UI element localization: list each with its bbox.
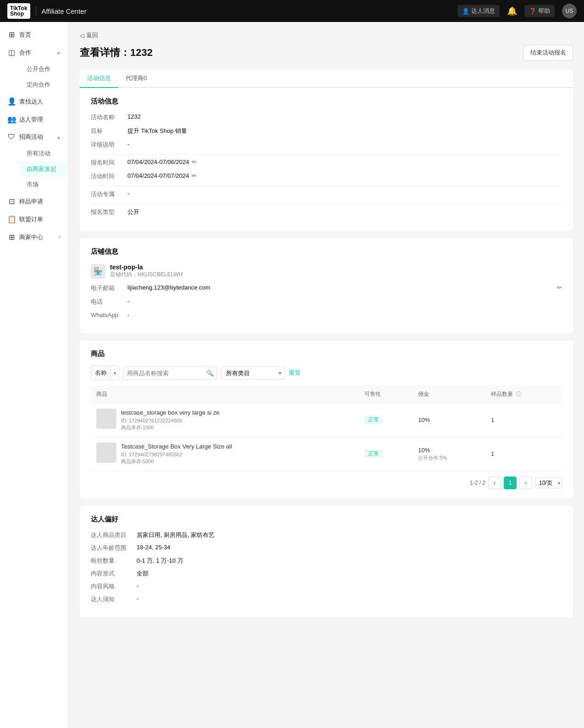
page-1-button[interactable]: 1 bbox=[504, 476, 517, 489]
page-title: 查看详情：1232 bbox=[80, 46, 153, 60]
sidebar-item-all-activity[interactable]: 所有活动 bbox=[19, 146, 68, 161]
product-status-2: 正常 bbox=[359, 437, 413, 471]
tab-agents[interactable]: 代理商0 bbox=[118, 70, 154, 88]
sidebar-item-cooperation[interactable]: ◫ 合作 ▲ bbox=[0, 44, 68, 61]
merchant-center-icon: ⊞ bbox=[7, 233, 16, 241]
activity-name-row: 活动名称 1232 bbox=[91, 113, 562, 121]
products-card: 商品 名称 ▾ 🔍 所有类目 重置 bbox=[80, 340, 573, 498]
activity-time-value: 07/04/2024-07/07/2024 bbox=[127, 172, 189, 179]
sidebar-item-public-coop[interactable]: 公开合作 bbox=[19, 61, 68, 77]
email-value: lijiacheng.123@bytedance.com bbox=[127, 284, 210, 291]
shield-icon: 🛡 bbox=[7, 133, 16, 141]
sidebar-item-alliance-order[interactable]: 📋 联盟订单 bbox=[0, 210, 68, 228]
main-content: ◁ 返回 查看详情：1232 结束活动报名 活动信息 代理商0 活动信息 活动名… bbox=[69, 22, 584, 728]
search-icon: 🔍 bbox=[206, 370, 214, 377]
name-filter-wrap[interactable]: 名称 ▾ bbox=[91, 366, 119, 380]
end-activity-button[interactable]: 结束活动报名 bbox=[523, 45, 573, 60]
help-button[interactable]: ❓ 帮助 bbox=[524, 5, 555, 17]
products-table-body: testcase_storage box very large si ze ID… bbox=[91, 403, 562, 471]
next-page-button[interactable]: › bbox=[519, 476, 532, 489]
activity-name-label: 活动名称 bbox=[91, 113, 127, 121]
products-table: 商品 可售性 佣金 样品数量 ⓘ bbox=[91, 386, 562, 471]
sidebar-item-market[interactable]: 市场 bbox=[19, 177, 68, 192]
sample-qty-help-icon: ⓘ bbox=[516, 391, 522, 397]
status-badge-2: 正常 bbox=[364, 449, 383, 458]
sidebar-item-find-talent[interactable]: 👤 查找达人 bbox=[0, 93, 68, 110]
col-commission: 佣金 bbox=[413, 386, 485, 403]
product-commission-2: 10% 公开合作 5% bbox=[413, 437, 485, 471]
sidebar-item-merchant-center[interactable]: ⊞ 商家中心 ↗ bbox=[0, 228, 68, 246]
avatar-button[interactable]: US bbox=[562, 4, 577, 18]
content-format-value: 全部 bbox=[137, 569, 149, 578]
talent-notes-row: 达人须知 - bbox=[91, 595, 562, 603]
sidebar-item-merchant-activity[interactable]: 🛡 招商活动 ▲ bbox=[0, 128, 68, 146]
whatsapp-label: WhatsApp bbox=[91, 312, 127, 318]
shop-info-title: 店铺信息 bbox=[91, 247, 562, 256]
prev-page-button[interactable]: ‹ bbox=[488, 476, 501, 489]
product-sample-2: 1 bbox=[485, 437, 562, 471]
talent-category-label: 达人商品类目 bbox=[91, 531, 137, 539]
product-name-1: testcase_storage box very large si ze bbox=[121, 409, 220, 417]
activity-time-edit-icon[interactable]: ✏ bbox=[192, 172, 197, 179]
product-search-input[interactable] bbox=[123, 367, 217, 380]
header-left: TikTok Shop Affiliate Center bbox=[7, 3, 87, 19]
email-row: 电子邮箱 lijiacheng.123@bytedance.com bbox=[91, 284, 554, 292]
product-status-1: 正常 bbox=[359, 403, 413, 437]
tab-activity-info[interactable]: 活动信息 bbox=[80, 70, 118, 88]
store-details: 电子邮箱 lijiacheng.123@bytedance.com 电话 - W… bbox=[91, 284, 554, 324]
product-thumb-2 bbox=[96, 443, 116, 463]
per-page-select[interactable]: 10/页 bbox=[535, 477, 562, 488]
sample-icon: ⊡ bbox=[7, 197, 16, 206]
activity-exclusive-value: - bbox=[127, 190, 129, 197]
product-cell-content-1: testcase_storage box very large si ze ID… bbox=[96, 409, 353, 431]
talent-notes-value: - bbox=[137, 595, 138, 602]
table-row: Testcase_Storage Box Very Large Size all… bbox=[91, 437, 562, 471]
activity-goal-row: 目标 提升 TikTok Shop 销量 bbox=[91, 127, 562, 135]
user-message-button[interactable]: 👤 达人消息 bbox=[457, 5, 500, 17]
back-link[interactable]: ◁ 返回 bbox=[80, 31, 573, 39]
signup-time-label: 报名时间 bbox=[91, 159, 127, 167]
fans-count-row: 粉丝数量 0-1 万, 1 万-10 万 bbox=[91, 557, 562, 565]
sidebar-item-label: 商家中心 bbox=[19, 233, 43, 241]
content-format-label: 内容形式 bbox=[91, 569, 137, 578]
activity-name-value: 1232 bbox=[127, 113, 141, 120]
reset-filter-link[interactable]: 重置 bbox=[289, 369, 301, 377]
sidebar-sub-activity: 所有活动 由商家发起 市场 bbox=[0, 146, 68, 192]
activity-info-title: 活动信息 bbox=[91, 97, 562, 106]
order-icon: 📋 bbox=[7, 215, 16, 224]
sidebar-sub-cooperation: 公开合作 定向合作 bbox=[0, 61, 68, 93]
sidebar-item-directed-coop[interactable]: 定向合作 bbox=[19, 77, 68, 93]
phone-row: 电话 - bbox=[91, 298, 554, 306]
category-select-wrap: 所有类目 bbox=[221, 367, 285, 380]
product-thumb-1 bbox=[96, 409, 116, 429]
sidebar-item-talent-mgmt[interactable]: 👥 达人管理 bbox=[0, 110, 68, 128]
shop-name-row: 🏪 test-pop-la 店铺代码：HKUSCBELELWH bbox=[91, 263, 562, 279]
page-header: 查看详情：1232 结束活动报名 bbox=[80, 45, 573, 60]
store-edit-icon[interactable]: ✏ bbox=[557, 284, 562, 291]
talent-prefs-card: 达人偏好 达人商品类目 居家日用, 厨房用品, 家纺布艺 达人年龄范围 18-2… bbox=[80, 506, 573, 617]
sidebar-item-home[interactable]: ⊞ 首页 bbox=[0, 26, 68, 44]
signup-time-edit-icon[interactable]: ✏ bbox=[192, 159, 197, 165]
notification-button[interactable]: 🔔 bbox=[507, 6, 517, 16]
talent-category-value: 居家日用, 厨房用品, 家纺布艺 bbox=[137, 531, 215, 539]
chevron-up-icon: ▲ bbox=[56, 135, 61, 140]
category-select[interactable]: 所有类目 bbox=[221, 367, 285, 380]
product-stock-1: 商品库存:1000 bbox=[121, 424, 220, 431]
shop-name: test-pop-la bbox=[110, 263, 182, 271]
sidebar-item-merchant-started[interactable]: 由商家发起 bbox=[19, 161, 68, 177]
help-icon: ❓ bbox=[529, 8, 536, 15]
product-cell-2: Testcase_Storage Box Very Large Size all… bbox=[91, 437, 359, 471]
content-format-row: 内容形式 全部 bbox=[91, 569, 562, 578]
tabs-bar: 活动信息 代理商0 bbox=[80, 70, 573, 88]
activity-goal-label: 目标 bbox=[91, 127, 127, 135]
app-header: TikTok Shop Affiliate Center 👤 达人消息 🔔 ❓ … bbox=[0, 0, 584, 22]
sidebar-item-sample-apply[interactable]: ⊡ 样品申请 bbox=[0, 192, 68, 210]
shop-info-card: 店铺信息 🏪 test-pop-la 店铺代码：HKUSCBELELWH 电子邮… bbox=[80, 238, 573, 333]
shop-info-text: test-pop-la 店铺代码：HKUSCBELELWH bbox=[110, 263, 182, 279]
activity-info-card: 活动信息 活动名称 1232 目标 提升 TikTok Shop 销量 详细说明… bbox=[80, 88, 573, 231]
app-title: Affiliate Center bbox=[42, 7, 87, 15]
status-badge-1: 正常 bbox=[364, 416, 383, 424]
talent-age-label: 达人年龄范围 bbox=[91, 544, 137, 552]
cooperation-icon: ◫ bbox=[7, 48, 16, 57]
header-divider bbox=[36, 6, 36, 16]
